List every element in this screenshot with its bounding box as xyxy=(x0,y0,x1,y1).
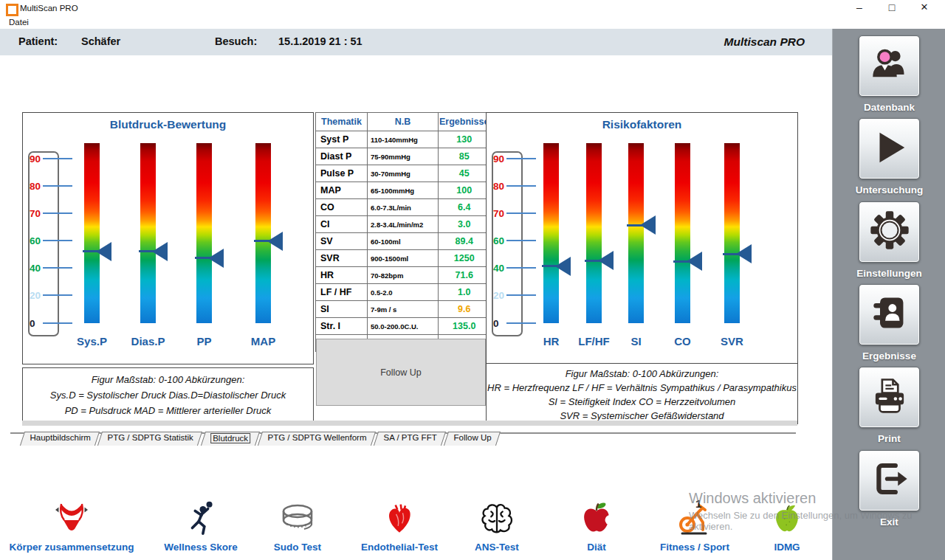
axis-tick-label: 0 xyxy=(30,318,35,329)
title-bar: MultiScan PRO –□✕ xyxy=(0,0,945,16)
sidebar-button-print[interactable] xyxy=(859,367,920,428)
footnote-line: Sys.D = Systolischer Druck Dias.D=Diasto… xyxy=(23,387,313,403)
divider xyxy=(22,421,797,426)
sidebar-button-untersuchung[interactable] xyxy=(859,118,920,179)
sidebar-label-datenbank: Datenbank xyxy=(833,102,945,113)
row-label: SV xyxy=(316,233,368,250)
axis-tick-line xyxy=(506,185,536,187)
row-value: 6.4 xyxy=(439,199,490,216)
footnote-line: Figur Maßstab: 0-100 Abkürzungen: xyxy=(487,367,797,381)
axis-tick-label: 20 xyxy=(30,290,41,301)
tab-follow-up[interactable]: Follow Up xyxy=(444,432,501,446)
sidebar-button-einstellungen[interactable] xyxy=(859,201,920,263)
row-range: 2.8-3.4L/min/m2 xyxy=(368,216,439,233)
row-label: HR xyxy=(316,267,368,284)
bottom-nav-k-rper-zusammensetzung[interactable]: Körper zusammensetzung xyxy=(5,496,138,553)
row-value: 85 xyxy=(439,148,490,165)
brand-title: Multiscan PRO xyxy=(724,35,805,49)
bottom-nav-idmg[interactable]: IDMG xyxy=(721,496,853,553)
axis-tick-label: 70 xyxy=(493,208,504,219)
tab-sa-ptg-fft[interactable]: SA / PTG FFT xyxy=(374,432,446,446)
table-row: SI7-9m / s9.6 xyxy=(316,301,490,318)
table-row: SVR900-1500ml1250 xyxy=(316,250,490,267)
table-row: LF / HF0.5-2.01.0 xyxy=(316,284,490,301)
table-row: Syst P110-140mmHg130 xyxy=(316,131,490,148)
row-label: Diast P xyxy=(316,148,368,165)
row-label: SVR xyxy=(316,250,368,267)
sidebar-label-print: Print xyxy=(833,433,945,444)
axis-tick-label: 60 xyxy=(493,235,504,246)
row-value: 100 xyxy=(439,182,490,199)
users-icon xyxy=(870,46,909,87)
row-range: 110-140mmHg xyxy=(368,131,439,148)
tab-ptg-sdptg-wellenform[interactable]: PTG / SDPTG Wellenform xyxy=(258,432,376,446)
menu-item-datei[interactable]: Datei xyxy=(6,16,32,30)
close-button[interactable]: ✕ xyxy=(908,0,941,16)
gear-icon xyxy=(869,210,910,254)
marker-arrow-icon xyxy=(555,257,571,276)
axis-tick-line xyxy=(506,267,536,269)
chart-area: 9080706040200HRLF/HFSICOSVR xyxy=(487,143,797,323)
axis-tick-label: 40 xyxy=(493,263,504,274)
tab-label: Blutdruck xyxy=(210,433,250,443)
row-range: 900-1500ml xyxy=(368,250,439,267)
row-range: 60-100ml xyxy=(368,233,439,250)
tab-label: SA / PTG FFT xyxy=(383,433,436,442)
tab-hauptbildschirm[interactable]: Hauptbildschirm xyxy=(20,432,100,446)
bar-label: MAP xyxy=(230,335,297,348)
svg-text:1: 1 xyxy=(695,499,701,510)
sidebar-button-exit[interactable] xyxy=(859,450,920,511)
row-label: CO xyxy=(316,199,368,216)
sidebar-label-einstellungen: Einstellungen xyxy=(833,268,945,279)
patient-name: Schäfer xyxy=(81,35,120,47)
row-label: Pulse P xyxy=(316,165,368,182)
marker-arrow-icon xyxy=(736,244,752,263)
marker-arrow-icon xyxy=(96,242,111,261)
window-controls: –□✕ xyxy=(843,0,941,16)
exit-icon xyxy=(870,459,910,502)
address-book-icon xyxy=(870,294,909,335)
bar-label: PP xyxy=(171,335,238,348)
row-range: 70-82bpm xyxy=(368,267,439,284)
table-header-n.b: N.B xyxy=(368,113,439,131)
row-range: 75-90mmHg xyxy=(368,148,439,165)
bar-label: SVR xyxy=(699,335,766,348)
row-label: Syst P xyxy=(316,131,368,148)
axis-tick-line xyxy=(43,294,72,296)
row-value: 71.6 xyxy=(439,267,490,284)
sidebar-label-untersuchung: Untersuchung xyxy=(833,184,945,196)
maximize-button[interactable]: □ xyxy=(876,0,908,16)
axis-tick-line xyxy=(506,240,536,241)
footnote-line: SI = Steifigkeit Index CO = Herzzeitvolu… xyxy=(487,395,797,409)
row-range: 0.5-2.0 xyxy=(368,284,439,301)
minimize-button[interactable]: – xyxy=(843,0,876,16)
row-value: 135.0 xyxy=(439,318,490,335)
header-strip: Patient: Schäfer Besuch: 15.1.2019 21 : … xyxy=(0,29,832,55)
visit-datetime: 15.1.2019 21 : 51 xyxy=(278,35,362,47)
axis-tick-line xyxy=(506,212,536,214)
blutdruck-panel: Blutdruck-Bewertung9080706040200Sys.PDia… xyxy=(22,112,314,364)
risk-gradient-bar xyxy=(675,143,690,323)
axis-tick-label: 0 xyxy=(493,318,499,329)
row-label: SI xyxy=(316,301,368,318)
sidebar-button-datenbank[interactable] xyxy=(859,35,920,97)
follow-up-button[interactable]: Follow Up xyxy=(316,339,486,406)
tab-label: Follow Up xyxy=(453,433,491,442)
tab-ptg-sdptg-statistik[interactable]: PTG / SDPTG Statistik xyxy=(97,432,202,446)
sidebar-button-ergebnisse[interactable] xyxy=(859,284,920,345)
tab-label: Hauptbildschirm xyxy=(30,433,90,442)
table-row: CI2.8-3.4L/min/m23.0 xyxy=(316,216,490,233)
risk-gradient-bar xyxy=(586,143,602,323)
axis-tick-label: 60 xyxy=(30,235,41,246)
axis-tick-label: 70 xyxy=(30,208,41,219)
row-value: 45 xyxy=(439,165,490,182)
marker-arrow-icon xyxy=(598,251,614,270)
row-label: MAP xyxy=(316,182,368,199)
row-value: 1250 xyxy=(439,250,490,267)
row-value: 3.0 xyxy=(439,216,490,233)
menu-bar: Datei xyxy=(0,16,945,30)
axis-tick-line xyxy=(43,185,72,187)
green-apple-icon xyxy=(721,496,853,539)
tab-blutdruck[interactable]: Blutdruck xyxy=(201,432,260,446)
axis-tick-line xyxy=(43,267,72,269)
